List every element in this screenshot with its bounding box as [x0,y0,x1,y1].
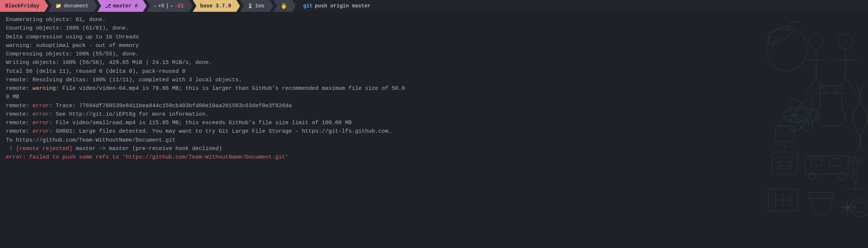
line-13: remote: error: GH001: Large files detect… [6,127,862,136]
line-15-rejected: ! [remote rejected] master -> master (pr… [6,145,862,153]
svg-point-39 [845,205,849,209]
line-2: Counting objects: 100% (61/61), done. [6,24,862,33]
terminal: Enumerating objects: 61, done. Counting … [0,12,868,165]
clock-icon: ⌛ [247,3,253,9]
changes-pipe: | [166,3,169,9]
seg-changes: ✏️ +5 | ✔ -21 [147,0,193,12]
seg-document: 📁 document [48,0,97,12]
seg-time: ⌛ 1ms [240,0,273,12]
line-4: warning: suboptimal pack - out of memory [6,41,862,50]
line-12: remote: error: File video/smallroad.mp4 … [6,119,862,127]
seg-hand: 🖐 [273,0,296,12]
git-label: git [303,3,312,9]
line-9: remote: warning: File video/video-04.mp4… [6,84,862,93]
svg-line-42 [842,202,852,213]
document-label: document [64,3,88,9]
line-10: remote: error: Trace: 77694df788539e8411… [6,102,862,110]
svg-point-44 [851,198,868,217]
line-9b: 0 MB [6,93,862,101]
seg-master: ⎇ master ≠ [98,0,147,12]
git-cmd-rest: push origin master [315,3,370,9]
line-6: Writing objects: 100% (56/56), 429.65 Mi… [6,58,862,67]
changes-plus: +5 [158,3,164,9]
line-11: remote: error: See http://git.io/iEPt8g … [6,110,862,119]
line-8: remote: Resolving deltas: 100% (11/11), … [6,76,862,84]
pencil-icon: ✏️ [154,3,157,9]
changes-minus: -21 [175,3,184,9]
line-7: Total 56 (delta 11), reused 0 (delta 0),… [6,67,862,76]
check-icon: ✔ [170,3,173,9]
statusbar: BlackFriday 📁 document ⎇ master ≠ ✏️ +5 … [0,0,868,12]
time-label: 1ms [255,3,264,9]
blackfriday-label: BlackFriday [5,3,39,9]
base-label: base 3.7.9 [200,3,231,9]
branch-icon: ⎇ [105,3,111,9]
terminal-content: Enumerating objects: 61, done. Counting … [6,16,862,162]
master-label: master ≠ [113,3,138,9]
folder-icon: 📁 [55,3,61,9]
line-5: Compressing objects: 100% (55/55), done. [6,50,862,58]
line-3: Delta compression using up to 16 threads [6,33,862,41]
line-1: Enumerating objects: 61, done. [6,16,862,24]
seg-git-cmd: git push origin master [296,0,868,12]
line-16-error: error: failed to push some refs to 'http… [6,153,862,162]
svg-point-26 [838,172,845,180]
hand-icon: 🖐 [281,3,287,9]
svg-rect-21 [779,166,791,169]
line-14: To https://github.com/Team-WithoutName/D… [6,136,862,145]
svg-point-45 [855,202,866,213]
svg-line-43 [842,202,852,213]
svg-point-25 [809,172,816,180]
seg-blackfriday: BlackFriday [0,0,48,12]
seg-base: base 3.7.9 [193,0,240,12]
svg-rect-33 [768,189,798,211]
